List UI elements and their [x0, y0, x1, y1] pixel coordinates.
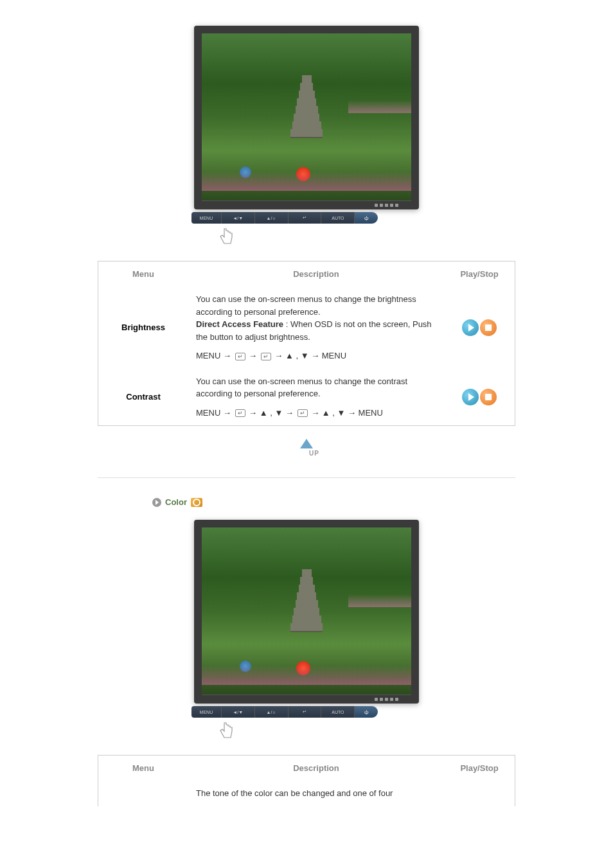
- btn-auto: AUTO: [321, 706, 355, 718]
- btn-down: ◄/▼: [222, 212, 255, 224]
- section-divider: [98, 477, 515, 478]
- col-header-playstop: Play/Stop: [444, 261, 515, 287]
- monitor-screen: [202, 527, 411, 695]
- brightness-description: You can use the on-screen menus to chang…: [188, 287, 444, 369]
- table-row: The tone of the color can be changed and…: [98, 781, 515, 806]
- enter-icon: [235, 353, 245, 360]
- color-tone-description: The tone of the color can be changed and…: [188, 781, 444, 806]
- enter-icon: [261, 353, 271, 360]
- monitor-frame: [194, 520, 419, 704]
- col-header-playstop: Play/Stop: [444, 756, 515, 781]
- menu-item-brightness: Brightness: [98, 287, 188, 369]
- hand-cursor-icon: [217, 226, 236, 248]
- enter-icon: [235, 409, 245, 417]
- monitor-button-bar: MENU ◄/▼ ▲/☼ ↵ AUTO ⏻: [191, 706, 378, 718]
- btn-menu: MENU: [191, 212, 222, 224]
- brightness-nav-sequence: MENU → → → ▲ , ▼ → MENU: [196, 350, 436, 362]
- pagoda-graphic: [290, 569, 323, 659]
- stop-button[interactable]: [480, 389, 497, 405]
- col-header-description: Description: [188, 261, 444, 287]
- hand-cursor-icon: [217, 720, 236, 742]
- contrast-description: You can use the on-screen menus to chang…: [188, 369, 444, 426]
- btn-enter: ↵: [289, 706, 322, 718]
- color-badge-icon: [191, 498, 202, 507]
- color-section-header: Color: [98, 497, 515, 507]
- btn-enter: ↵: [289, 212, 322, 224]
- play-button[interactable]: [462, 319, 479, 336]
- pagoda-graphic: [290, 75, 323, 165]
- menu-item-contrast: Contrast: [98, 369, 188, 426]
- monitor-screen: [202, 33, 411, 200]
- up-label: UP: [309, 450, 319, 457]
- btn-auto: AUTO: [321, 212, 355, 224]
- color-menu-table: Menu Description Play/Stop The tone of t…: [98, 755, 515, 806]
- play-button[interactable]: [462, 389, 479, 405]
- enter-icon: [298, 409, 308, 417]
- col-header-description: Description: [188, 756, 444, 781]
- btn-up: ▲/☼: [255, 212, 289, 224]
- btn-menu: MENU: [191, 706, 222, 718]
- col-header-menu: Menu: [98, 261, 188, 287]
- btn-up: ▲/☼: [255, 706, 289, 718]
- monitor-illustration-1: MENU ◄/▼ ▲/☼ ↵ AUTO ⏻: [0, 26, 613, 248]
- monitor-illustration-2: MENU ◄/▼ ▲/☼ ↵ AUTO ⏻: [0, 520, 613, 742]
- stop-button[interactable]: [480, 319, 497, 336]
- bullet-icon: [152, 498, 161, 507]
- contrast-nav-sequence: MENU → → ▲ , ▼ → → ▲ , ▼ → MENU: [196, 407, 436, 420]
- monitor-frame: [194, 26, 419, 209]
- monitor-button-bar: MENU ◄/▼ ▲/☼ ↵ AUTO ⏻: [191, 212, 378, 224]
- col-header-menu: Menu: [98, 756, 188, 781]
- table-row: Contrast You can use the on-screen menus…: [98, 369, 515, 426]
- back-to-top-link[interactable]: UP: [0, 439, 613, 458]
- btn-power: ⏻: [355, 212, 378, 224]
- picture-menu-table: Menu Description Play/Stop Brightness Yo…: [98, 261, 515, 426]
- table-row: Brightness You can use the on-screen men…: [98, 287, 515, 369]
- section-title-color: Color: [165, 497, 187, 507]
- btn-down: ◄/▼: [222, 706, 255, 718]
- up-arrow-icon: [300, 439, 313, 448]
- btn-power: ⏻: [355, 706, 378, 718]
